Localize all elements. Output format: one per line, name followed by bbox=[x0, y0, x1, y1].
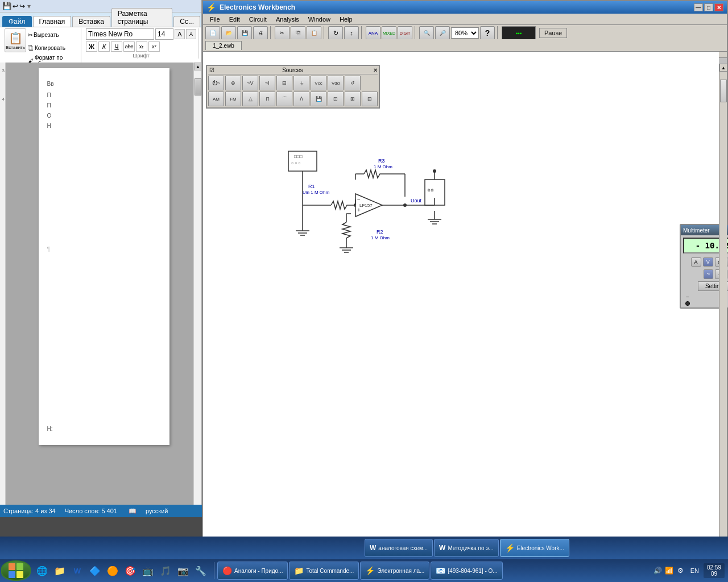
ewb-menu-file[interactable]: File bbox=[205, 15, 225, 24]
underline-button[interactable]: Ч bbox=[111, 41, 122, 52]
ewb-rot-btn[interactable]: ↻ bbox=[328, 26, 343, 40]
taskbar-app-word1[interactable]: W аналоговая схем... bbox=[365, 539, 433, 557]
ewb-menu-analysis[interactable]: Analysis bbox=[271, 15, 304, 24]
font-size-input[interactable] bbox=[155, 28, 173, 40]
ewb-src-ctrl2[interactable]: ⊟ bbox=[362, 92, 378, 106]
mm-ac-btn[interactable]: ~ bbox=[704, 269, 714, 279]
word-undo-icon[interactable]: ↩ bbox=[13, 2, 18, 10]
ewb-maximize-btn[interactable]: □ bbox=[704, 3, 713, 11]
quick-misc4-icon[interactable]: 📺 bbox=[140, 563, 156, 579]
ewb-src-dc-i[interactable]: ⊕ bbox=[225, 76, 241, 90]
font-shrink-button[interactable]: A bbox=[186, 29, 196, 39]
word-qa-dropdown[interactable]: ▾ bbox=[27, 2, 31, 10]
bold-button[interactable]: Ж bbox=[86, 41, 97, 52]
ewb-circuit-tab[interactable]: 1_2.ewb bbox=[205, 41, 242, 50]
ewb-src-dly[interactable]: ↺ bbox=[345, 76, 361, 90]
ewb-digit-btn[interactable]: DIGIT bbox=[398, 26, 412, 40]
word-save-icon[interactable]: 💾 bbox=[2, 2, 11, 10]
taskbar-app-analogi[interactable]: 🔴 Аналоги - Придо... bbox=[217, 562, 288, 580]
ewb-zoom-select[interactable]: 80% bbox=[451, 27, 479, 39]
tray-volume-icon[interactable]: 📶 bbox=[664, 566, 675, 576]
ewb-cut-btn[interactable]: ✂ bbox=[275, 26, 289, 40]
quick-word-icon[interactable]: W bbox=[69, 563, 85, 579]
font-grow-button[interactable]: A bbox=[175, 29, 185, 39]
ewb-scroll-up-btn[interactable]: ▲ bbox=[719, 64, 727, 72]
tab-home[interactable]: Главная bbox=[33, 16, 72, 27]
ewb-minimize-btn[interactable]: — bbox=[694, 3, 703, 11]
ewb-src-fm[interactable]: FM bbox=[225, 92, 241, 106]
quick-misc1-icon[interactable]: 🔷 bbox=[87, 563, 103, 579]
superscript-button[interactable]: x² bbox=[148, 41, 160, 52]
ewb-ana-btn[interactable]: ANA bbox=[366, 26, 380, 40]
ewb-mixed-btn[interactable]: MIXED bbox=[382, 26, 396, 40]
ewb-menu-help[interactable]: Help bbox=[335, 15, 357, 24]
ewb-flip-btn[interactable]: ↕ bbox=[344, 26, 359, 40]
ewb-paste-btn[interactable]: 📋 bbox=[307, 26, 321, 40]
quick-misc3-icon[interactable]: 🎯 bbox=[122, 563, 138, 579]
lang-indicator[interactable]: EN bbox=[688, 566, 701, 575]
ewb-zoom-in-btn[interactable]: 🔎 bbox=[435, 26, 450, 40]
quick-misc7-icon[interactable]: 🔧 bbox=[193, 563, 209, 579]
taskbar-app-ewb[interactable]: ⚡ Electronics Work... bbox=[500, 539, 569, 557]
word-scroll-thumb[interactable] bbox=[195, 78, 201, 95]
word-redo-icon[interactable]: ↪ bbox=[19, 2, 25, 10]
ewb-src-ac-v[interactable]: ~V bbox=[242, 76, 258, 90]
ewb-sources-checkbox[interactable]: ☑ bbox=[209, 67, 214, 73]
ewb-zoom-out-btn[interactable]: 🔍 bbox=[419, 26, 434, 40]
cut-button[interactable]: ✂Вырезать bbox=[27, 28, 78, 41]
ewb-open-btn[interactable]: 📂 bbox=[221, 26, 236, 40]
ewb-print-btn[interactable]: 🖨 bbox=[253, 26, 268, 40]
ewb-src-ctrl[interactable]: ⊞ bbox=[345, 92, 361, 106]
ewb-src-dc-v[interactable]: ⏻~ bbox=[208, 76, 224, 90]
ewb-scroll-thumb[interactable] bbox=[720, 80, 727, 102]
ewb-close-btn[interactable]: ✕ bbox=[714, 3, 723, 11]
mm-minus-connector[interactable] bbox=[685, 301, 690, 306]
ewb-src-save[interactable]: 💾 bbox=[311, 92, 326, 106]
ewb-src-gnd2[interactable]: ⏚ bbox=[293, 76, 309, 90]
ewb-menu-window[interactable]: Window bbox=[304, 15, 335, 24]
italic-button[interactable]: К bbox=[98, 41, 110, 52]
taskbar-app-email[interactable]: 📧 [493-804-961] - О... bbox=[431, 562, 502, 580]
ewb-copy-btn[interactable]: ⿻ bbox=[291, 26, 305, 40]
tray-network-icon[interactable]: 🔊 bbox=[653, 566, 663, 576]
quick-misc5-icon[interactable]: 🎵 bbox=[158, 563, 173, 579]
ewb-src-vcc2[interactable]: Vcc bbox=[311, 76, 326, 90]
word-scrollbar[interactable]: ▲ bbox=[193, 63, 201, 505]
ewb-src-tri[interactable]: △ bbox=[242, 92, 258, 106]
quick-folder-icon[interactable]: 📁 bbox=[52, 563, 68, 579]
subscript-button[interactable]: x₂ bbox=[136, 41, 147, 52]
ewb-pause-btn[interactable]: Pause bbox=[539, 28, 567, 38]
ewb-new-btn[interactable]: 📄 bbox=[205, 26, 220, 40]
ewb-menu-edit[interactable]: Edit bbox=[225, 15, 245, 24]
word-scroll-up[interactable]: ▲ bbox=[194, 63, 202, 70]
tray-misc-icon[interactable]: ⚙ bbox=[676, 566, 686, 576]
ewb-scrollbar-v[interactable]: ▲ ▼ bbox=[719, 64, 727, 568]
taskbar-app-total[interactable]: 📁 Total Commande... bbox=[289, 562, 359, 580]
taskbar-app-word2[interactable]: W Методичка по э... bbox=[434, 539, 499, 557]
quick-ie-icon[interactable]: 🌐 bbox=[34, 563, 50, 579]
quick-misc2-icon[interactable]: 🟠 bbox=[105, 563, 121, 579]
ewb-src-ramp[interactable]: /\ bbox=[293, 92, 309, 106]
tab-file[interactable]: Файл bbox=[2, 16, 32, 27]
quick-misc6-icon[interactable]: 📷 bbox=[175, 563, 191, 579]
paste-button[interactable]: 📋 Вставить bbox=[5, 28, 26, 52]
ewb-help-btn[interactable]: ? bbox=[480, 26, 495, 40]
mm-ampere-btn[interactable]: A bbox=[691, 257, 701, 267]
ewb-src-am[interactable]: AM bbox=[208, 92, 224, 106]
copy-button[interactable]: ⿻Копировать bbox=[27, 41, 78, 54]
ewb-menu-circuit[interactable]: Circuit bbox=[245, 15, 271, 24]
start-button[interactable] bbox=[1, 560, 31, 581]
ewb-src-bat[interactable]: ⊟ bbox=[276, 76, 292, 90]
ewb-src-ac-i[interactable]: ~I bbox=[259, 76, 275, 90]
ewb-src-sq[interactable]: ⊓ bbox=[259, 92, 275, 106]
tab-insert[interactable]: Вставка bbox=[72, 16, 110, 27]
tab-ref[interactable]: Сс... bbox=[173, 16, 200, 27]
mm-volt-btn[interactable]: V bbox=[703, 257, 713, 267]
ewb-src-trap[interactable]: ⌒ bbox=[276, 92, 292, 106]
ewb-sources-close[interactable]: ✕ bbox=[373, 67, 378, 73]
taskbar-app-electron[interactable]: ⚡ Электронная ла... bbox=[360, 562, 429, 580]
tab-layout[interactable]: Разметка страницы bbox=[111, 8, 173, 27]
ewb-save-btn[interactable]: 💾 bbox=[237, 26, 252, 40]
ewb-src-load[interactable]: ⊡ bbox=[328, 92, 344, 106]
ewb-src-vdd2[interactable]: Vdd bbox=[328, 76, 344, 90]
